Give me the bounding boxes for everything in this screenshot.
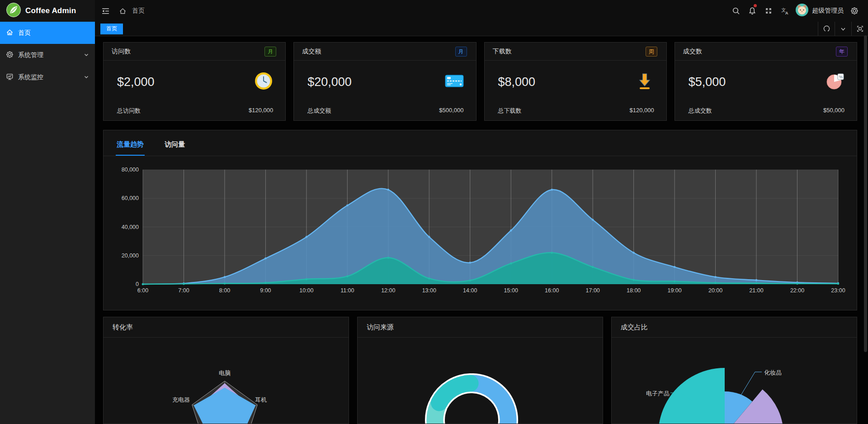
tab-visit-volume[interactable]: 访问量: [164, 140, 186, 156]
clock-icon: [254, 71, 274, 93]
chevron-down-icon: [84, 52, 89, 59]
pie-percent-icon: %: [825, 71, 845, 93]
maximize-icon[interactable]: [852, 22, 868, 36]
radar-axis-label: 充电器: [172, 396, 190, 404]
period-badge: 月: [455, 47, 467, 57]
pie-label-line-0: [740, 372, 762, 397]
app-logo[interactable]: Coffee Admin: [0, 0, 95, 22]
leaf-logo-icon: [6, 2, 21, 19]
traffic-trend-chart: 020,00040,00060,00080,0006:007:008:009:0…: [104, 156, 857, 310]
svg-text:21:00: 21:00: [749, 287, 763, 294]
card-title: 访问来源: [367, 323, 394, 332]
svg-text:%: %: [839, 75, 843, 79]
period-badge: 周: [646, 47, 657, 57]
deal-share-pie-chart: [612, 338, 856, 424]
svg-text:8:00: 8:00: [219, 287, 230, 294]
stat-footer-label: 总成交数: [689, 107, 712, 115]
notification-dot: [754, 4, 757, 7]
period-badge: 月: [264, 47, 276, 57]
svg-text:22:00: 22:00: [790, 287, 804, 294]
translate-icon[interactable]: 文 A: [777, 0, 793, 22]
stat-footer-value: $120,000: [630, 107, 654, 115]
notification-bell-icon[interactable]: [744, 0, 760, 22]
radar-axis-label: 电脑: [219, 369, 231, 377]
stats-row: 访问数 月 $2,000 总访问数 $120,000: [103, 42, 857, 121]
pie-label: 电子产品: [646, 390, 670, 398]
svg-text:19:00: 19:00: [667, 287, 681, 294]
refresh-icon[interactable]: [818, 22, 835, 36]
svg-text:7:00: 7:00: [178, 287, 189, 294]
svg-text:12:00: 12:00: [381, 287, 395, 294]
pie-label: 化妆品: [764, 369, 782, 377]
svg-text:14:00: 14:00: [463, 287, 477, 294]
svg-text:40,000: 40,000: [122, 224, 139, 230]
sidebar-item-label: 系统监控: [18, 73, 43, 81]
svg-text:23:00: 23:00: [831, 287, 845, 294]
visit-source-card: 访问来源: [357, 317, 603, 424]
sidebar-item-label: 系统管理: [18, 51, 43, 59]
sidebar-item-system-monitor[interactable]: 系统监控: [0, 66, 95, 88]
fullscreen-icon[interactable]: [760, 0, 777, 22]
vertical-scrollbar-thumb[interactable]: [864, 35, 867, 352]
sidebar-item-system-management[interactable]: 系统管理: [0, 44, 95, 66]
stat-title: 下载数: [493, 48, 512, 56]
svg-text:A: A: [785, 11, 788, 15]
svg-text:20:00: 20:00: [708, 287, 722, 294]
svg-text:9:00: 9:00: [260, 287, 271, 294]
svg-text:18:00: 18:00: [627, 287, 641, 294]
bank-card-icon: [444, 71, 464, 93]
svg-text:13:00: 13:00: [422, 287, 436, 294]
username[interactable]: 超级管理员: [812, 7, 844, 15]
app-title: Coffee Admin: [25, 6, 76, 15]
stat-card-downloads: 下载数 周 $8,000 总下载数 $120,000: [484, 42, 667, 121]
conversion-rate-card: 转化率 电脑 充电器 耳机: [103, 317, 349, 424]
sidebar-item-home[interactable]: 首页: [0, 22, 95, 44]
gear-icon: [6, 51, 14, 60]
svg-text:10:00: 10:00: [299, 287, 313, 294]
topbar-left: 首页: [95, 0, 145, 22]
stat-footer-value: $500,000: [439, 107, 463, 115]
home-icon: [6, 29, 14, 38]
period-badge: 年: [836, 47, 848, 57]
svg-text:15:00: 15:00: [504, 287, 518, 294]
trend-tabs: 流量趋势 访问量: [104, 130, 857, 156]
svg-text:11:00: 11:00: [340, 287, 354, 294]
stat-card-visits: 访问数 月 $2,000 总访问数 $120,000: [103, 42, 286, 121]
stat-footer-label: 总下载数: [498, 107, 522, 115]
stat-card-turnover: 成交额 月 $20,000 总成交额 $500,000: [293, 42, 476, 121]
tab-home[interactable]: 首页: [100, 24, 123, 34]
search-icon[interactable]: [728, 0, 744, 22]
svg-text:17:00: 17:00: [586, 287, 600, 294]
radar-series-1: [194, 388, 255, 424]
conversion-radar-chart: [104, 338, 348, 424]
deal-share-card: 成交占比 化妆品 电子产品: [611, 317, 857, 424]
tab-traffic-trend[interactable]: 流量趋势: [116, 140, 145, 156]
donut-segment-0: [473, 383, 508, 424]
card-title: 成交占比: [621, 323, 648, 332]
breadcrumb-home-icon[interactable]: [119, 0, 127, 22]
svg-text:60,000: 60,000: [122, 195, 139, 201]
stat-footer-value: $120,000: [249, 107, 273, 115]
trend-panel: 流量趋势 访问量 020,00040,00060,00080,0006:007:…: [103, 130, 857, 310]
stat-footer-label: 总成交额: [307, 107, 331, 115]
sidebar-fold-icon[interactable]: [101, 0, 110, 22]
sidebar-item-label: 首页: [18, 29, 31, 37]
settings-gear-icon[interactable]: [846, 0, 863, 22]
card-title: 转化率: [113, 323, 133, 332]
breadcrumb[interactable]: 首页: [132, 7, 145, 15]
stat-title: 成交额: [302, 48, 321, 56]
radar-axis-label: 耳机: [255, 396, 267, 404]
svg-text:20,000: 20,000: [122, 252, 139, 259]
avatar[interactable]: [796, 4, 808, 18]
stat-value: $8,000: [498, 75, 536, 89]
stat-value: $5,000: [689, 75, 726, 89]
stat-title: 访问数: [112, 48, 131, 56]
topbar: 首页 文 A: [95, 0, 868, 22]
stat-footer-value: $50,000: [823, 107, 844, 115]
stat-footer-label: 总访问数: [117, 107, 141, 115]
page-tabbar: 首页: [95, 22, 868, 36]
stat-value: $2,000: [117, 75, 155, 89]
sidebar: Coffee Admin 首页 系统管理 系统监控: [0, 0, 95, 424]
chevron-down-icon[interactable]: [835, 22, 851, 36]
monitor-icon: [6, 73, 14, 82]
